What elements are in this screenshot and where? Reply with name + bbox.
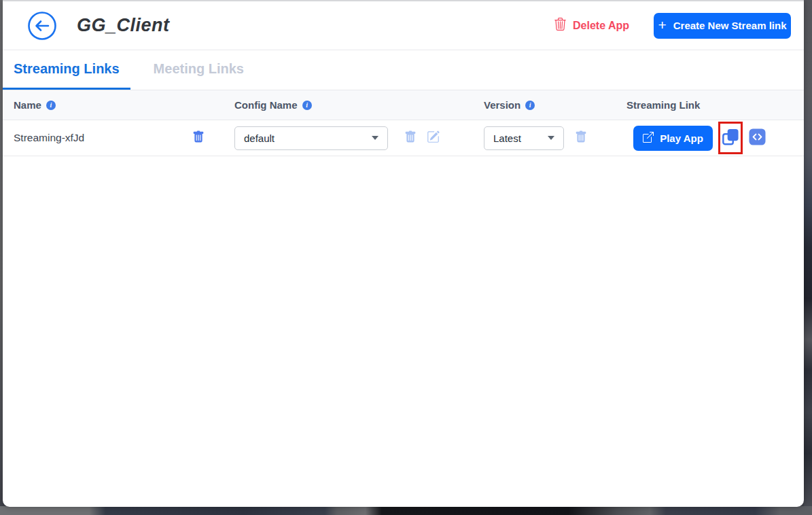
info-icon[interactable]: i [46,101,56,110]
column-header-name-label: Name [14,99,41,111]
info-icon[interactable]: i [525,101,535,110]
tab-streaming-links[interactable]: Streaming Links [3,50,130,90]
config-name-selected-value: default [244,132,275,144]
tab-meeting-links[interactable]: Meeting Links [143,50,255,90]
table-header-row: Name i Config Name i Version i Streaming… [3,90,804,120]
empty-table-area [3,156,804,472]
chevron-down-icon [548,136,554,140]
trash-icon [404,130,417,145]
version-select[interactable]: Latest [484,126,564,150]
edit-icon [427,130,440,145]
delete-app-label: Delete App [573,20,629,32]
cell-config-name: default [234,120,484,156]
cell-version: Latest [484,120,626,156]
create-button-label: Create New Stream link [673,20,787,31]
embed-code-button[interactable] [749,128,766,147]
column-header-streaming-link-label: Streaming Link [626,99,700,111]
table-row: Streaming-xfJd default [3,120,804,156]
column-header-config-name-label: Config Name [234,99,298,111]
delete-version-button-disabled[interactable] [575,130,587,145]
column-header-config-name: Config Name i [234,90,484,120]
tab-meeting-links-label: Meeting Links [154,61,244,77]
delete-app-button[interactable]: Delete App [554,18,629,33]
play-app-label: Play App [660,132,703,144]
column-header-name: Name i [14,90,234,120]
screen: GG_Client Delete App + Create New Stream… [0,0,812,515]
column-header-version: Version i [484,90,626,120]
info-icon[interactable]: i [302,101,312,110]
tab-bar: Streaming Links Meeting Links [3,50,804,90]
copy-streaming-link-button[interactable] [722,128,739,148]
trash-icon [554,18,567,33]
background-page-edge-right [804,0,812,515]
copy-icon [722,128,739,148]
back-button[interactable] [27,11,57,41]
cell-streaming-link: Play App [626,120,804,156]
client-detail-panel: GG_Client Delete App + Create New Stream… [3,0,804,507]
config-name-select[interactable]: default [234,126,388,150]
background-page-edge-bottom [0,506,812,515]
trash-icon [575,130,587,145]
column-header-version-label: Version [484,99,520,111]
plus-icon: + [658,18,666,32]
trash-icon [192,130,205,145]
delete-stream-button[interactable] [192,130,205,145]
edit-config-button-disabled[interactable] [427,130,440,145]
embed-code-icon [749,128,766,147]
cell-name: Streaming-xfJd [14,120,234,156]
back-arrow-icon [27,33,57,43]
column-header-streaming-link: Streaming Link [626,90,804,120]
red-highlight-annotation [718,122,743,154]
version-selected-value: Latest [493,132,521,144]
tab-streaming-links-label: Streaming Links [14,61,120,77]
chevron-down-icon [372,136,378,140]
page-title: GG_Client [77,15,170,36]
stream-name: Streaming-xfJd [14,132,84,144]
play-app-button[interactable]: Play App [633,126,713,151]
create-new-stream-link-button[interactable]: + Create New Stream link [654,13,791,39]
panel-header: GG_Client Delete App + Create New Stream… [3,1,804,50]
external-link-icon [643,132,654,145]
delete-config-button-disabled[interactable] [404,130,417,145]
